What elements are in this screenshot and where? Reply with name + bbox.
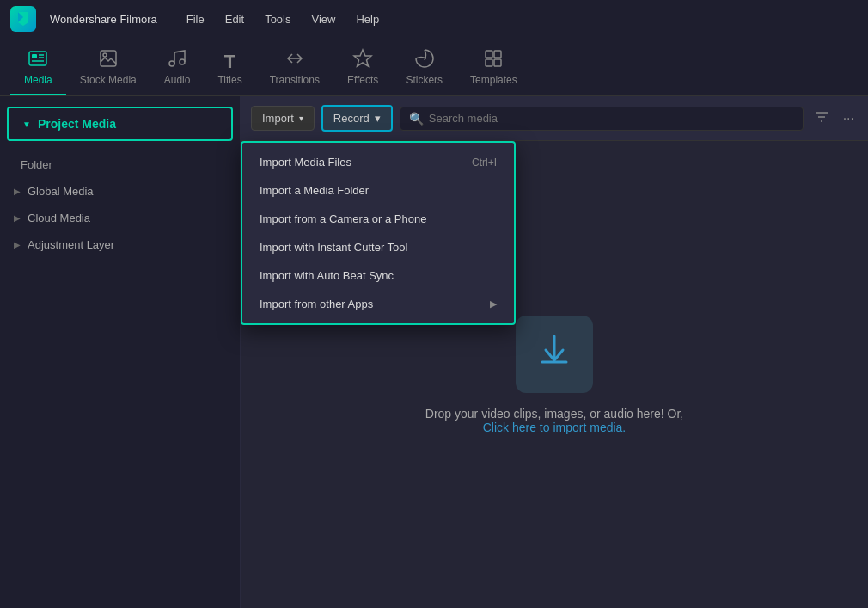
app-name: Wondershare Filmora <box>50 13 157 26</box>
tab-effects[interactable]: Effects <box>333 41 392 95</box>
drop-description: Drop your video clips, images, or audio … <box>425 407 683 421</box>
project-media-arrow: ▼ <box>22 120 31 129</box>
other-apps-arrow: ▶ <box>490 298 497 310</box>
record-chevron: ▾ <box>375 112 381 125</box>
import-folder-label: Import a Media Folder <box>260 184 369 197</box>
import-button[interactable]: Import ▾ <box>251 106 315 131</box>
svg-rect-13 <box>494 51 501 58</box>
sidebar-item-global-media[interactable]: ▶ Global Media <box>0 178 240 205</box>
templates-icon <box>483 48 504 71</box>
import-other-apps-label: Import from other Apps <box>260 298 373 310</box>
drop-icon-box <box>516 316 593 393</box>
more-options-icon[interactable]: ··· <box>840 107 858 130</box>
filter-icon[interactable] <box>810 106 833 132</box>
svg-point-8 <box>103 53 107 57</box>
import-camera-label: Import from a Camera or a Phone <box>260 212 426 225</box>
menu-edit[interactable]: Edit <box>217 9 253 29</box>
dropdown-import-camera[interactable]: Import from a Camera or a Phone <box>242 205 514 233</box>
menu-view[interactable]: View <box>303 9 344 29</box>
transitions-icon <box>284 48 305 71</box>
dropdown-import-folder[interactable]: Import a Media Folder <box>242 176 514 205</box>
svg-rect-12 <box>486 51 492 58</box>
media-icon <box>28 48 48 71</box>
tab-templates-label: Templates <box>470 75 517 85</box>
tab-audio[interactable]: Audio <box>150 41 205 95</box>
app-logo <box>10 6 36 32</box>
svg-rect-14 <box>486 59 492 66</box>
svg-marker-11 <box>354 50 371 66</box>
stickers-icon <box>414 48 435 71</box>
tab-media-label: Media <box>24 75 52 85</box>
global-media-label: Global Media <box>28 185 94 198</box>
tab-stock-media[interactable]: Stock Media <box>66 41 150 95</box>
tab-stickers-label: Stickers <box>406 75 443 85</box>
svg-point-9 <box>169 61 174 66</box>
sidebar-item-adjustment-layer[interactable]: ▶ Adjustment Layer <box>0 231 240 258</box>
svg-rect-3 <box>32 54 37 58</box>
import-dropdown: Import Media Files Ctrl+I Import a Media… <box>241 141 516 325</box>
menu-bar: File Edit Tools View Help <box>178 9 388 29</box>
import-media-shortcut: Ctrl+I <box>472 157 497 169</box>
drop-link[interactable]: Click here to import media. <box>483 421 627 434</box>
tab-titles[interactable]: T Titles <box>204 46 255 95</box>
sidebar-sub-items: Folder ▶ Global Media ▶ Cloud Media ▶ Ad… <box>0 144 240 265</box>
svg-rect-2 <box>29 52 46 65</box>
dropdown-import-instant-cutter[interactable]: Import with Instant Cutter Tool <box>242 233 514 261</box>
tab-stickers[interactable]: Stickers <box>392 41 456 95</box>
import-media-files-label: Import Media Files <box>260 156 351 169</box>
tab-media[interactable]: Media <box>10 41 66 95</box>
tab-stock-label: Stock Media <box>80 75 137 85</box>
sidebar-item-cloud-media[interactable]: ▶ Cloud Media <box>0 205 240 231</box>
import-instant-cutter-label: Import with Instant Cutter Tool <box>260 241 407 254</box>
record-label: Record <box>333 112 370 125</box>
tab-audio-label: Audio <box>164 75 191 85</box>
main-layout: ▼ Project Media Folder ▶ Global Media ▶ … <box>0 96 868 608</box>
tab-effects-label: Effects <box>347 75 378 85</box>
svg-rect-7 <box>101 51 116 66</box>
dropdown-import-media-files[interactable]: Import Media Files Ctrl+I <box>242 148 514 176</box>
search-icon: 🔍 <box>409 112 424 126</box>
import-auto-beat-label: Import with Auto Beat Sync <box>260 269 394 282</box>
adjustment-layer-arrow: ▶ <box>14 240 21 249</box>
toolbar-right: ··· <box>810 106 858 132</box>
svg-rect-15 <box>494 59 501 66</box>
menu-file[interactable]: File <box>178 9 213 29</box>
import-label: Import <box>262 112 294 125</box>
import-chevron: ▾ <box>299 114 303 123</box>
search-box: 🔍 <box>400 107 804 131</box>
menu-help[interactable]: Help <box>347 9 388 29</box>
dropdown-import-other-apps[interactable]: Import from other Apps ▶ <box>242 290 514 318</box>
tab-templates[interactable]: Templates <box>456 41 531 95</box>
audio-icon <box>167 48 187 71</box>
svg-point-10 <box>180 59 185 64</box>
tab-titles-label: Titles <box>217 75 241 85</box>
project-media-title: Project Media <box>38 117 116 131</box>
tab-transitions[interactable]: Transitions <box>256 41 333 95</box>
content-toolbar: Import ▾ Record ▾ 🔍 ··· <box>241 96 868 141</box>
project-media-header[interactable]: ▼ Project Media <box>7 107 233 141</box>
titlebar: Wondershare Filmora File Edit Tools View… <box>0 0 868 38</box>
download-icon <box>534 329 575 378</box>
titles-icon: T <box>224 52 235 71</box>
content-area: Import ▾ Record ▾ 🔍 ··· <box>241 96 868 608</box>
drop-text: Drop your video clips, images, or audio … <box>425 407 683 434</box>
sidebar: ▼ Project Media Folder ▶ Global Media ▶ … <box>0 96 241 608</box>
dropdown-import-auto-beat[interactable]: Import with Auto Beat Sync <box>242 261 514 290</box>
sidebar-folder[interactable]: Folder <box>0 151 240 178</box>
effects-icon <box>352 48 373 71</box>
search-input[interactable] <box>429 112 794 125</box>
menu-tools[interactable]: Tools <box>256 9 299 29</box>
record-button[interactable]: Record ▾ <box>321 105 393 132</box>
top-nav: Media Stock Media Audio T Titles <box>0 38 868 96</box>
stock-media-icon <box>98 48 119 71</box>
global-media-arrow: ▶ <box>14 187 21 196</box>
cloud-media-arrow: ▶ <box>14 213 21 223</box>
tab-transitions-label: Transitions <box>270 75 320 85</box>
cloud-media-label: Cloud Media <box>28 212 90 224</box>
adjustment-layer-label: Adjustment Layer <box>28 238 114 251</box>
